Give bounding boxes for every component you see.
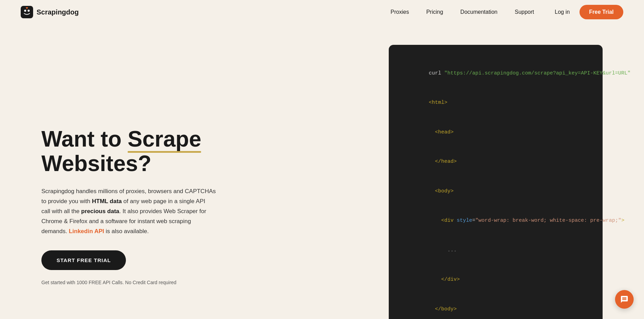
code-line-head-open: <head>: [404, 118, 587, 147]
nav-links: Proxies Pricing Documentation Support: [390, 9, 534, 15]
hero-description: Scrapingdog handles millions of proxies,…: [41, 187, 216, 236]
hero-bold-precious: precious data: [81, 208, 119, 215]
nav-pricing[interactable]: Pricing: [426, 9, 443, 15]
hero-title-prefix: Want to: [41, 127, 128, 151]
chat-icon: [620, 295, 628, 303]
code-line-curl: curl "https://api.scrapingdog.com/scrape…: [404, 59, 587, 88]
linkedin-api-link[interactable]: Linkedin API: [69, 228, 104, 235]
start-free-trial-button[interactable]: START FREE TRIAL: [41, 250, 126, 270]
free-trial-nav-button[interactable]: Free Trial: [579, 5, 623, 19]
nav-support[interactable]: Support: [515, 9, 534, 15]
logo-text: Scrapingdog: [37, 8, 79, 16]
code-line-head-close: </head>: [404, 147, 587, 177]
svg-rect-3: [26, 7, 28, 8]
hero-bold-html: HTML data: [92, 198, 122, 205]
chat-button[interactable]: [615, 290, 634, 309]
nav-documentation[interactable]: Documentation: [460, 9, 498, 15]
nav-proxies[interactable]: Proxies: [390, 9, 409, 15]
svg-point-1: [24, 10, 26, 12]
code-line-div-open: <div style="word-wrap: break-word; white…: [404, 206, 587, 236]
code-line-dots: ...: [404, 236, 587, 265]
hero-title: Want to Scrape Websites?: [41, 127, 216, 176]
hero-subtext: Get started with 1000 FREE API Calls. No…: [41, 280, 216, 285]
code-block: curl "https://api.scrapingdog.com/scrape…: [389, 45, 603, 319]
code-line-body-close: </body>: [404, 295, 587, 319]
hero-left: Want to Scrape Websites? Scrapingdog han…: [41, 127, 216, 285]
code-line-div-close: </div>: [404, 265, 587, 295]
svg-point-2: [28, 10, 30, 12]
nav-actions: Log in Free Trial: [555, 5, 623, 19]
logo[interactable]: Scrapingdog: [21, 6, 79, 18]
code-line-html-open: <html>: [404, 88, 587, 118]
login-link[interactable]: Log in: [555, 9, 570, 15]
code-line-body-open: <body>: [404, 177, 587, 206]
cta-container: START FREE TRIAL: [41, 250, 216, 277]
hero-title-highlight: Scrape: [128, 127, 201, 151]
hero-right: curl "https://api.scrapingdog.com/scrape…: [389, 45, 603, 319]
navbar: Scrapingdog Proxies Pricing Documentatio…: [0, 0, 644, 24]
hero-title-suffix: Websites?: [41, 151, 151, 176]
logo-icon: [21, 6, 33, 18]
hero-section: Want to Scrape Websites? Scrapingdog han…: [0, 24, 644, 319]
